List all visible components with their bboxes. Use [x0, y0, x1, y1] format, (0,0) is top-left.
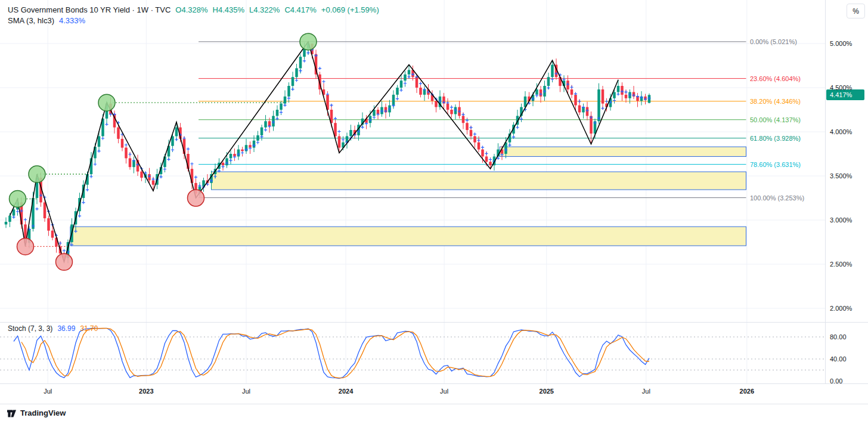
candle-body — [303, 49, 306, 57]
supply-demand-zone — [212, 172, 746, 190]
pivot-high-circle — [300, 33, 317, 50]
price-axis-label: 5.000% — [830, 39, 852, 48]
ohlc-high: H4.435% — [213, 5, 244, 14]
sma-value: 4.333% — [59, 16, 85, 25]
candle-body — [481, 150, 484, 157]
stoch-axis-label: 0.00 — [830, 377, 842, 385]
candle-body — [287, 86, 290, 97]
candle-body — [462, 116, 465, 123]
candle-body — [175, 128, 178, 137]
candle-body — [121, 139, 124, 148]
candle-body — [578, 106, 581, 113]
candle-body — [5, 222, 8, 224]
candle-body — [264, 121, 267, 127]
candle-body — [489, 162, 492, 165]
candle-body — [547, 77, 550, 86]
chart-canvas[interactable] — [0, 0, 868, 403]
candle-body — [571, 89, 574, 95]
stoch-axis-label: 40.00 — [830, 355, 847, 363]
stoch-axis-label: 80.00 — [830, 333, 847, 341]
candle-body — [466, 123, 469, 130]
price-axis-label: 2.500% — [830, 260, 852, 268]
tradingview-logo-text: TradingView — [20, 408, 66, 417]
candle-body — [478, 143, 480, 150]
candle-body — [535, 89, 538, 95]
supply-demand-zone — [500, 147, 746, 156]
candle-body — [222, 163, 225, 165]
price-axis-label: 4.000% — [830, 128, 852, 136]
time-axis-year-label: 2025 — [540, 388, 554, 395]
candle-body — [338, 136, 341, 147]
bottom-toolbar: TradingView — [0, 404, 868, 421]
tradingview-logo-icon — [6, 407, 17, 419]
time-axis-year-label: 2026 — [740, 388, 754, 395]
symbol-title: US Government Bonds 10 YR Yield · 1W · T… — [8, 5, 170, 14]
sma-legend-row[interactable]: SMA (3, hlc3) 4.333% — [8, 15, 379, 26]
pivot-low-circle — [56, 253, 73, 270]
candle-body — [44, 202, 46, 218]
ohlc-open: O4.328% — [175, 5, 207, 14]
time-axis-month-label: Jul — [642, 388, 650, 395]
time-axis-year-label: 2023 — [139, 388, 153, 395]
candle-body — [13, 209, 16, 215]
candle-body — [241, 150, 244, 151]
symbol-legend-row[interactable]: US Government Bonds 10 YR Yield · 1W · T… — [8, 4, 379, 15]
tradingview-logo[interactable]: TradingView — [6, 407, 66, 419]
candle-body — [276, 110, 279, 116]
candle-body — [125, 148, 128, 159]
candle-body — [349, 130, 352, 136]
candle-body — [117, 128, 120, 139]
candle-body — [392, 95, 395, 106]
candle-body — [613, 92, 616, 98]
candle-body — [152, 180, 155, 184]
candle-body — [396, 88, 399, 95]
candle-body — [404, 75, 407, 81]
time-axis-month-label: Jul — [242, 388, 250, 395]
pivot-high-circle — [10, 190, 26, 207]
time-axis[interactable]: Jul2023Jul2024Jul2025Jul2026 — [0, 384, 825, 402]
stoch-legend-row[interactable]: Stoch (7, 3, 3) 36.99 31.70 — [8, 324, 98, 333]
candle-body — [295, 68, 298, 77]
time-axis-year-label: 2024 — [339, 388, 353, 395]
stoch-d-value: 31.70 — [80, 324, 98, 333]
candle-body — [129, 158, 132, 167]
candle-body — [284, 97, 287, 104]
pivot-low-circle — [188, 190, 204, 206]
candle-body — [625, 95, 628, 98]
price-axis[interactable]: 4.417% 5.000%4.500%4.000%3.500%3.000%2.5… — [826, 0, 868, 403]
legend: US Government Bonds 10 YR Yield · 1W · T… — [8, 4, 379, 26]
candle-body — [419, 88, 422, 95]
percent-scale-button[interactable]: % — [847, 4, 865, 18]
candle-body — [416, 77, 418, 88]
candle-body — [47, 218, 50, 231]
candle-body — [602, 89, 604, 104]
stoch-k-line — [14, 328, 649, 379]
candle-body — [280, 104, 283, 110]
candle-body — [400, 81, 403, 88]
candle-body — [98, 136, 101, 147]
candle-body — [473, 136, 476, 142]
candle-body — [299, 57, 302, 68]
candle-body — [51, 231, 54, 238]
candle-body — [551, 65, 554, 78]
supply-demand-zone — [70, 227, 746, 246]
price-axis-label: 4.500% — [830, 83, 852, 92]
candle-body — [450, 110, 453, 114]
price-axis-label: 3.000% — [830, 216, 852, 224]
candle-body — [230, 154, 232, 158]
ohlc-close: C4.417% — [284, 5, 316, 14]
candle-body — [597, 89, 600, 121]
sma-label: SMA (3, hlc3) — [8, 16, 54, 25]
ohlc-low: L4.322% — [249, 5, 280, 14]
candle-body — [447, 104, 450, 110]
ohlc-change: +0.069 (+1.59%) — [321, 5, 379, 14]
stoch-k-value: 36.99 — [57, 324, 75, 333]
candle-body — [470, 130, 473, 136]
pivot-high-circle — [29, 166, 45, 182]
candle-body — [408, 70, 411, 74]
candle-body — [485, 156, 488, 162]
price-axis-label: 3.500% — [830, 172, 852, 180]
candle-body — [8, 216, 11, 222]
candle-body — [435, 101, 438, 107]
candle-body — [574, 95, 577, 106]
